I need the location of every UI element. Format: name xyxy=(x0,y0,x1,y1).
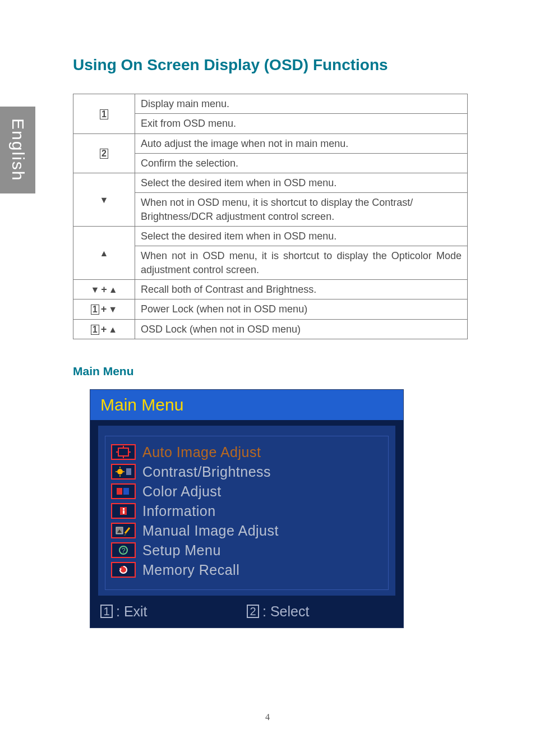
plus-icon: + xyxy=(99,284,109,295)
svg-point-5 xyxy=(117,469,123,474)
down-icon: ▼ xyxy=(100,196,109,205)
key-down-plus-up: ▼+▲ xyxy=(73,279,135,299)
svg-rect-12 xyxy=(123,488,129,495)
plus-icon: + xyxy=(99,303,109,315)
boxnum-1: 1 xyxy=(100,109,108,119)
page-title: Using On Screen Display (OSD) Functions xyxy=(73,56,468,74)
key-1: 1 xyxy=(73,94,135,134)
osd-item-color-adjust[interactable]: Color Adjust xyxy=(111,483,382,500)
osd-item-label: Setup Menu xyxy=(142,542,221,559)
plus-icon: + xyxy=(99,324,109,335)
desc-cell: Recall both of Contrast and Brightness. xyxy=(135,279,468,299)
desc-cell: Confirm the selection. xyxy=(135,153,468,173)
up-icon: ▲ xyxy=(109,285,118,294)
language-tab-label: English xyxy=(8,118,27,181)
key-down: ▼ xyxy=(73,173,135,227)
desc-cell: Select the desired item when in OSD menu… xyxy=(135,227,468,246)
contrast-brightness-icon xyxy=(111,464,136,480)
key-2: 2 xyxy=(73,133,135,173)
svg-text:?: ? xyxy=(122,547,126,555)
osd-item-label: Memory Recall xyxy=(142,562,239,578)
key-1-plus-up: 1+▲ xyxy=(73,319,135,339)
osd-functions-table: 1 Display main menu. Exit from OSD menu.… xyxy=(73,94,468,339)
setup-menu-icon: ? xyxy=(111,542,136,558)
osd-item-label: Contrast/Brightness xyxy=(142,464,271,480)
osd-item-information[interactable]: Information xyxy=(111,503,382,519)
desc-cell: Power Lock (when not in OSD menu) xyxy=(135,299,468,319)
up-icon: ▲ xyxy=(108,325,117,334)
osd-item-label: Manual Image Adjust xyxy=(142,523,279,539)
osd-item-label: Information xyxy=(142,503,216,519)
osd-titlebar: Main Menu xyxy=(90,390,403,420)
up-icon: ▲ xyxy=(100,249,109,258)
desc-cell: OSD Lock (when not in OSD menu) xyxy=(135,319,468,339)
color-adjust-icon xyxy=(111,483,136,499)
osd-item-setup-menu[interactable]: ? Setup Menu xyxy=(111,542,382,559)
footer-exit-label: : Exit xyxy=(116,603,147,620)
osd-footer: 1 : Exit 2 : Select xyxy=(90,598,403,628)
boxnum-1: 1 xyxy=(91,325,99,335)
svg-rect-10 xyxy=(126,468,131,475)
boxnum-1: 1 xyxy=(91,305,99,315)
language-tab: English xyxy=(0,107,35,193)
osd-item-label: Auto Image Adjust xyxy=(142,444,261,460)
desc-cell: Select the desired item when in OSD menu… xyxy=(135,173,468,193)
osd-footer-exit: 1 : Exit xyxy=(100,603,247,620)
key-1-plus-down: 1+▼ xyxy=(73,299,135,319)
osd-item-memory-recall[interactable]: Memory Recall xyxy=(111,562,382,578)
desc-cell: When not in OSD menu, it is shortcut to … xyxy=(135,246,468,280)
osd-item-manual-image-adjust[interactable]: Manual Image Adjust xyxy=(111,523,382,539)
svg-rect-15 xyxy=(123,510,124,514)
boxnum-2: 2 xyxy=(100,149,108,159)
down-icon: ▼ xyxy=(108,305,117,314)
footnum-1: 1 xyxy=(100,605,113,618)
desc-cell: Display main menu. xyxy=(135,94,468,114)
desc-cell: When not in OSD menu, it is shortcut to … xyxy=(135,193,468,227)
desc-cell: Exit from OSD menu. xyxy=(135,114,468,133)
svg-rect-11 xyxy=(117,488,122,495)
osd-panel: Main Menu Auto Image Adjust Contrast/Bri… xyxy=(90,389,404,628)
information-icon xyxy=(111,503,136,519)
osd-item-contrast-brightness[interactable]: Contrast/Brightness xyxy=(111,464,382,480)
osd-footer-select: 2 : Select xyxy=(247,603,393,620)
manual-image-adjust-icon xyxy=(111,523,136,538)
main-menu-heading: Main Menu xyxy=(73,365,468,378)
svg-rect-14 xyxy=(123,508,124,510)
page-number: 4 xyxy=(0,712,535,722)
key-up: ▲ xyxy=(73,227,135,280)
footer-select-label: : Select xyxy=(262,603,309,620)
footnum-2: 2 xyxy=(247,605,259,618)
osd-item-label: Color Adjust xyxy=(142,483,222,500)
osd-item-auto-image-adjust[interactable]: Auto Image Adjust xyxy=(111,444,382,460)
svg-rect-0 xyxy=(118,448,128,456)
memory-recall-icon xyxy=(111,562,136,578)
desc-cell: Auto adjust the image when not in main m… xyxy=(135,133,468,153)
down-icon: ▼ xyxy=(90,285,99,294)
osd-inner-frame: Auto Image Adjust Contrast/Brightness Co… xyxy=(105,436,389,590)
auto-image-adjust-icon xyxy=(111,444,136,460)
osd-body: Auto Image Adjust Contrast/Brightness Co… xyxy=(96,420,398,598)
